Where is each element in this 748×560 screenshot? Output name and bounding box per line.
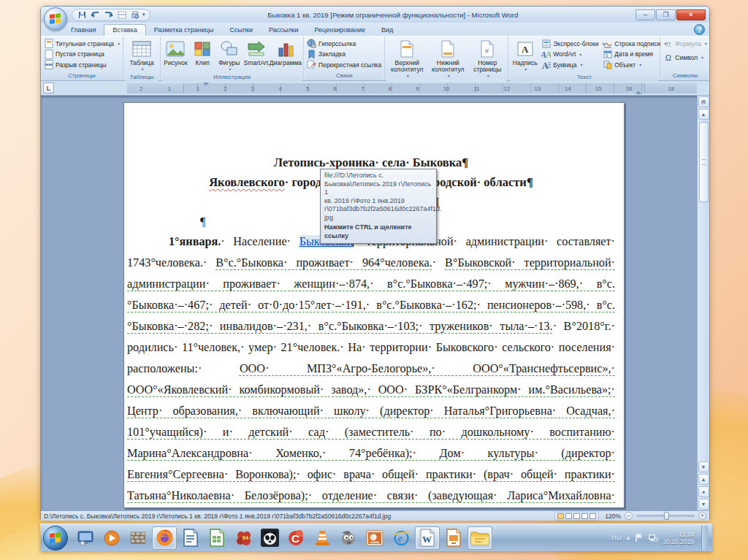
print-layout-view-icon[interactable] [557, 513, 564, 519]
zoom-level[interactable]: 120% [605, 513, 621, 520]
wordart-button[interactable]: AA WordArt [541, 50, 600, 59]
cross-reference-button[interactable]: Перекрестная ссылка [307, 60, 381, 69]
show-desktop-button[interactable] [701, 526, 708, 551]
symbol-button[interactable]: Ω Символ [663, 53, 707, 62]
taskbar-item-file-manager[interactable] [468, 526, 492, 550]
ruler-toggle-icon[interactable]: ▤ [698, 96, 709, 107]
tab-razmetka[interactable]: Разметка страницы [146, 25, 222, 36]
print-preview-icon[interactable] [129, 9, 140, 20]
language-indicator[interactable]: RU [612, 534, 622, 542]
cover-page-button[interactable]: Титульная страница [44, 39, 120, 48]
web-layout-view-icon[interactable] [573, 513, 580, 519]
signature-line-button[interactable]: Строка подписи [603, 39, 657, 48]
cover-page-icon [44, 39, 53, 48]
taskbar-item-libreoffice-impress[interactable] [441, 526, 466, 550]
clipart-button[interactable]: Клип [189, 38, 216, 66]
textbox-button[interactable]: A Надпись [510, 38, 540, 73]
smartart-button[interactable]: SmartArt [243, 38, 270, 66]
taskbar-item-word[interactable]: W [415, 526, 440, 550]
document-page[interactable]: Летопись-хроника· села· Быковка¶ Яковлев… [123, 102, 625, 508]
scrollbar-thumb[interactable] [699, 122, 709, 202]
footer-button[interactable]: Нижний колонтитул [427, 38, 468, 80]
undo-icon[interactable] [90, 9, 101, 20]
taskbar-item-powerpoint[interactable] [362, 526, 387, 550]
office-button[interactable] [44, 7, 67, 31]
taskbar-item-codec-pack[interactable]: 64 [231, 526, 256, 550]
chart-button[interactable]: Диаграмма [270, 38, 302, 66]
hyperlink-button[interactable]: Гиперссылка [307, 39, 381, 48]
quick-parts-icon [541, 39, 551, 48]
bookmark-button[interactable]: Закладка [307, 50, 381, 59]
vertical-scrollbar[interactable]: ▤ ▲ ▼ ▲ ● ▼ [697, 96, 709, 510]
redo-icon[interactable] [103, 9, 114, 20]
minimize-button[interactable]: – [636, 9, 655, 20]
zoom-out-button[interactable]: − [625, 512, 633, 520]
select-browse-object-button[interactable]: ● [698, 486, 709, 497]
save-icon[interactable] [77, 9, 88, 20]
taskbar-item-ccleaner[interactable]: C [283, 526, 308, 550]
zoom-slider-thumb[interactable] [664, 512, 669, 520]
draw-table-icon[interactable] [116, 9, 127, 20]
page-number-button[interactable]: # Номер страницы [468, 38, 506, 80]
scroll-down-arrow[interactable]: ▼ [698, 461, 709, 472]
signature-line-icon [603, 39, 612, 48]
tab-recenzirovanie[interactable]: Рецензирование [306, 25, 373, 36]
equation-button[interactable]: π Формула [663, 39, 707, 48]
taskbar-item-libreoffice-calc[interactable] [205, 526, 229, 550]
ribbon-tab-row: Главная Вставка Разметка страницы Ссылки… [41, 23, 709, 36]
blank-page-icon [44, 50, 53, 59]
object-button[interactable]: Объект [603, 60, 657, 69]
blank-page-button[interactable]: Пустая страница [44, 50, 120, 59]
quick-parts-button[interactable]: Экспресс-блоки [541, 39, 600, 48]
group-label-pages: Страницы [42, 72, 121, 80]
taskbar-item-libreoffice-writer[interactable] [178, 526, 203, 550]
maximize-button[interactable]: ❐ [656, 9, 676, 20]
network-icon[interactable] [648, 533, 658, 542]
tab-vstavka[interactable]: Вставка [104, 24, 145, 36]
scroll-up-arrow[interactable]: ▲ [698, 109, 709, 120]
window-title: Быковка 1 кв. 2019 [Режим ограниченной ф… [150, 11, 636, 19]
drop-cap-icon: A [541, 60, 551, 69]
horizontal-ruler[interactable]: 21 12 34 56 78 910 1112 1314 1516 18 [127, 83, 697, 93]
tab-vid[interactable]: Вид [373, 25, 401, 36]
quick-access-toolbar: ▾ [72, 9, 150, 21]
window-controls: – ❐ × [636, 9, 706, 20]
word-window: ▾ Быковка 1 кв. 2019 [Режим ограниченной… [40, 6, 710, 520]
tab-rassylki[interactable]: Рассылки [261, 25, 306, 36]
qat-customize-arrow[interactable]: ▾ [142, 12, 145, 18]
previous-page-button[interactable]: ▲ [698, 474, 709, 485]
taskbar-item-display-settings[interactable] [73, 526, 98, 550]
page-break-button[interactable]: Разрыв страницы [44, 60, 120, 69]
right-indent-marker[interactable] [636, 91, 641, 94]
taskbar-item-internet-explorer[interactable]: e [389, 526, 413, 550]
picture-button[interactable]: Рисунок [162, 38, 189, 66]
help-icon[interactable]: ? [694, 24, 705, 35]
close-button[interactable]: × [676, 9, 706, 20]
zoom-in-button[interactable]: + [698, 512, 706, 520]
outline-view-icon[interactable] [581, 513, 588, 519]
taskbar-clock[interactable]: 11:14 30.10.2019 [663, 531, 694, 545]
header-button[interactable]: Верхний колонтитул [386, 38, 427, 80]
date-time-button[interactable]: 5 Дата и время [603, 50, 657, 59]
taskbar-item-firewall[interactable] [126, 526, 150, 550]
first-line-indent-marker[interactable] [203, 83, 209, 86]
table-button[interactable]: Таблица [125, 38, 159, 73]
draft-view-icon[interactable] [589, 513, 596, 519]
taskbar-item-vlc[interactable] [310, 526, 335, 550]
hidden-icons-chevron-icon[interactable]: ▲ [626, 535, 631, 540]
tab-glavnaya[interactable]: Главная [63, 25, 104, 36]
zoom-slider[interactable] [636, 515, 695, 517]
tab-ssylki[interactable]: Ссылки [221, 25, 261, 36]
drop-cap-button[interactable]: A Буквица [541, 60, 600, 69]
shapes-button[interactable]: Фигуры [215, 38, 243, 73]
fullscreen-view-icon[interactable] [565, 513, 572, 519]
taskbar-item-media-player[interactable] [99, 526, 124, 550]
taskbar-item-firefox[interactable] [152, 526, 177, 550]
action-center-flag-icon[interactable] [635, 533, 644, 542]
taskbar-item-panda-player[interactable] [257, 526, 282, 550]
next-page-button[interactable]: ▼ [698, 499, 709, 510]
start-button[interactable] [43, 526, 68, 551]
tab-stop-selector[interactable]: L [43, 83, 54, 93]
powerpoint-icon [365, 529, 384, 548]
taskbar-item-gimp[interactable] [336, 526, 361, 550]
